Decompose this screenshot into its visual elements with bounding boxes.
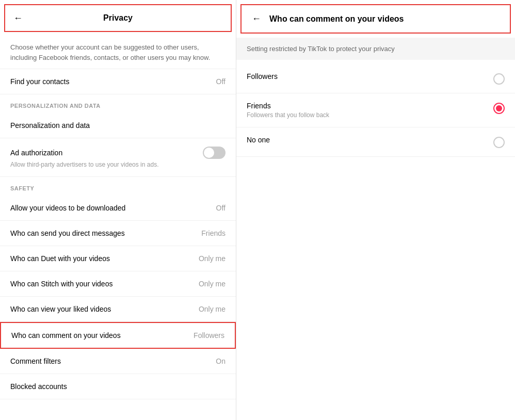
direct-messages-label: Who can send you direct messages xyxy=(10,229,125,237)
stitch-value: Only me xyxy=(199,280,226,288)
allow-download-row[interactable]: Allow your videos to be downloaded Off xyxy=(0,196,236,221)
duet-row[interactable]: Who can Duet with your videos Only me xyxy=(0,246,236,271)
right-panel: ← Who can comment on your videos Setting… xyxy=(236,0,515,420)
friends-content: Friends Followers that you follow back xyxy=(247,102,329,119)
duet-label: Who can Duet with your videos xyxy=(10,254,110,263)
blocked-accounts-row[interactable]: Blocked accounts xyxy=(0,374,236,399)
privacy-title: Privacy xyxy=(103,13,133,23)
blocked-accounts-label: Blocked accounts xyxy=(10,382,67,391)
comment-header-title: Who can comment on your videos xyxy=(269,14,404,24)
direct-messages-value: Friends xyxy=(201,229,226,237)
ad-authorization-row[interactable]: Ad authorization Allow third-party adver… xyxy=(0,138,236,177)
allow-download-value: Off xyxy=(216,204,226,212)
allow-download-label: Allow your videos to be downloaded xyxy=(10,204,125,212)
no-one-label: No one xyxy=(247,136,270,144)
followers-option[interactable]: Followers xyxy=(236,64,515,93)
find-contacts-label: Find your contacts xyxy=(10,77,69,86)
toggle-knob xyxy=(204,148,214,158)
followers-label: Followers xyxy=(247,72,278,80)
personalization-data-row[interactable]: Personalization and data xyxy=(0,113,236,138)
friends-label: Friends xyxy=(247,102,329,110)
no-one-radio[interactable] xyxy=(493,137,505,148)
privacy-header: ← Privacy xyxy=(4,4,232,32)
comment-filters-label: Comment filters xyxy=(10,357,61,365)
ad-authorization-toggle[interactable] xyxy=(203,147,226,159)
comment-filters-row[interactable]: Comment filters On xyxy=(0,349,236,374)
no-one-content: No one xyxy=(247,136,270,144)
no-one-option[interactable]: No one xyxy=(236,127,515,157)
liked-videos-label: Who can view your liked videos xyxy=(10,305,111,313)
restricted-banner: Setting restricted by TikTok to protect … xyxy=(236,38,515,60)
ad-authorization-sublabel: Allow third-party advertisers to use you… xyxy=(10,161,158,168)
stitch-label: Who can Stitch with your videos xyxy=(10,280,112,288)
personalization-data-label: Personalization and data xyxy=(10,121,90,130)
stitch-row[interactable]: Who can Stitch with your videos Only me xyxy=(0,271,236,297)
personalization-section-header: PERSONALIZATION AND DATA xyxy=(0,94,236,113)
comment-value: Followers xyxy=(194,331,224,340)
friends-sublabel: Followers that you follow back xyxy=(247,111,329,119)
comment-header: ← Who can comment on your videos xyxy=(240,4,511,34)
followers-content: Followers xyxy=(247,72,278,80)
friends-radio[interactable] xyxy=(493,103,505,114)
friends-option[interactable]: Friends Followers that you follow back xyxy=(236,93,515,127)
safety-section-header: SAFETY xyxy=(0,177,236,196)
liked-videos-row[interactable]: Who can view your liked videos Only me xyxy=(0,297,236,322)
liked-videos-value: Only me xyxy=(199,305,226,313)
direct-messages-row[interactable]: Who can send you direct messages Friends xyxy=(0,221,236,246)
comment-label: Who can comment on your videos xyxy=(11,331,121,340)
duet-value: Only me xyxy=(199,254,226,263)
back-icon-right[interactable]: ← xyxy=(252,13,261,24)
comment-row[interactable]: Who can comment on your videos Followers xyxy=(0,322,236,349)
find-contacts-value: Off xyxy=(216,77,226,86)
comment-filters-value: On xyxy=(216,357,226,365)
account-suggestion-description: Choose whether your account can be sugge… xyxy=(0,36,236,69)
left-panel: ← Privacy Choose whether your account ca… xyxy=(0,0,236,420)
back-icon-left[interactable]: ← xyxy=(13,13,23,24)
ad-authorization-label: Ad authorization xyxy=(10,149,62,157)
followers-radio[interactable] xyxy=(493,73,505,85)
find-contacts-row[interactable]: Find your contacts Off xyxy=(0,69,236,94)
